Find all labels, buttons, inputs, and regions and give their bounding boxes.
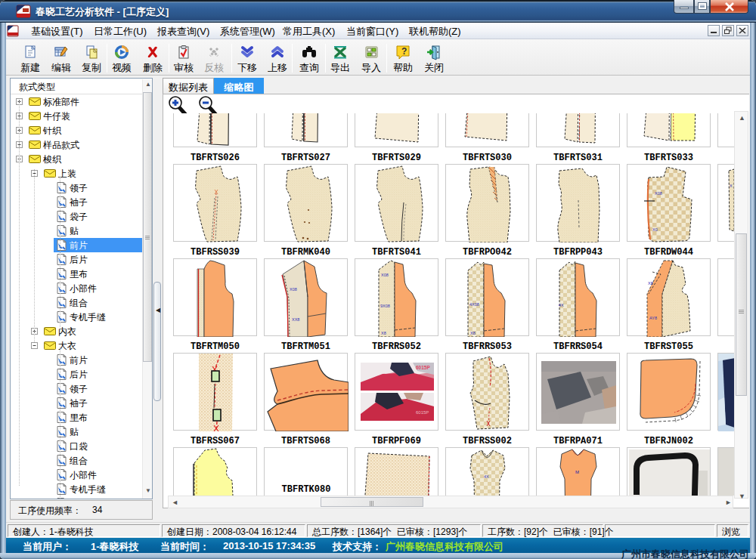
svg-text:TBFRTK080: TBFRTK080: [282, 484, 331, 495]
svg-text:X8: X8: [470, 331, 476, 335]
svg-text:X: X: [730, 184, 733, 188]
svg-text:X0: X0: [652, 227, 658, 232]
svg-text:X08: X08: [381, 273, 389, 277]
svg-text:4X: 4X: [559, 303, 564, 307]
svg-text:9X08: 9X08: [380, 304, 390, 308]
svg-text:?: ?: [401, 46, 407, 57]
svg-text:4X: 4X: [484, 474, 489, 479]
svg-text:6015P: 6015P: [416, 365, 430, 370]
svg-text:X8: X8: [381, 331, 386, 335]
svg-text:4X08: 4X08: [469, 302, 479, 307]
svg-text:X8: X8: [648, 281, 653, 286]
svg-text:X08: X08: [290, 287, 297, 292]
svg-text:AY8: AY8: [649, 316, 657, 320]
svg-text:XX8: XX8: [292, 317, 299, 322]
svg-text:M: M: [575, 470, 579, 474]
svg-text:X08: X08: [655, 191, 662, 196]
svg-text:6015P: 6015P: [416, 410, 429, 415]
